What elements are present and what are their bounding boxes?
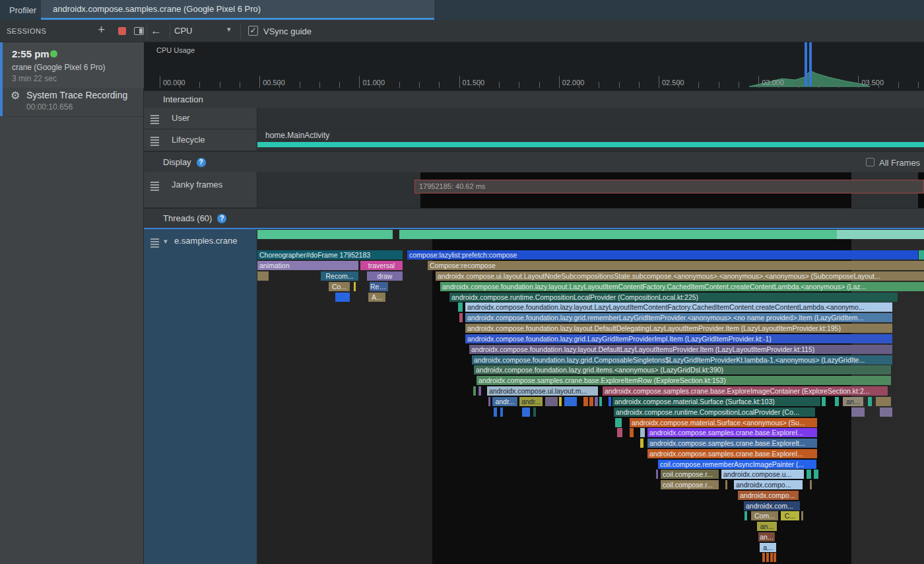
flame-span[interactable] — [766, 553, 769, 562]
track-user[interactable]: User — [144, 108, 924, 129]
flame-span[interactable]: Recom... — [321, 271, 358, 281]
help-icon[interactable]: ? — [217, 214, 226, 223]
cpu-usage-track[interactable]: CPU Usage 00.00000.50001.00001.50002.000… — [144, 42, 924, 90]
flame-span[interactable] — [522, 407, 530, 417]
flame-span[interactable]: an... — [757, 522, 777, 531]
flame-span[interactable]: andr... — [519, 397, 543, 406]
flame-span[interactable] — [851, 407, 865, 417]
flame-span[interactable]: androidx.compose.foundation.lazy.grid.re… — [465, 313, 892, 322]
flame-span[interactable] — [656, 470, 658, 479]
flame-span[interactable] — [868, 397, 872, 406]
flame-span[interactable] — [876, 397, 891, 406]
flame-span[interactable] — [257, 271, 269, 281]
flame-span[interactable]: compose:lazylist:prefetch:compose — [407, 250, 918, 260]
track-user-data[interactable] — [257, 108, 924, 129]
flame-span[interactable] — [880, 407, 892, 417]
flame-span[interactable]: coil.compose.r... — [661, 480, 719, 489]
tab-session[interactable]: androidx.compose.samples.crane (Google P… — [41, 0, 434, 20]
flame-span[interactable] — [589, 397, 593, 406]
flame-span[interactable]: A... — [368, 293, 385, 302]
flame-span[interactable]: androidx.compose.samples.crane.base.Expl… — [477, 376, 891, 385]
drag-handle-icon[interactable] — [150, 115, 159, 125]
flame-span[interactable]: Com... — [751, 511, 778, 520]
janky-frame-badge[interactable]: 17952185: 40.62 ms — [414, 180, 924, 194]
flame-span[interactable]: coil.compose.rememberAsyncImagePainter (… — [658, 460, 816, 469]
flame-span[interactable]: traversal — [360, 261, 403, 270]
drag-handle-icon[interactable] — [150, 137, 159, 147]
flame-span[interactable] — [583, 397, 588, 406]
chevron-down-icon[interactable]: ▾ — [164, 237, 168, 246]
track-janky-frames[interactable]: Janky frames 17952185: 40.62 ms — [144, 172, 924, 208]
track-janky-data[interactable]: 17952185: 40.62 ms — [257, 172, 924, 208]
flame-span[interactable] — [559, 397, 562, 406]
add-session-icon[interactable]: + — [98, 22, 105, 37]
collapse-panel-icon[interactable] — [134, 27, 144, 35]
flame-span[interactable]: androidx.compose.material.Surface (Surfa… — [612, 397, 820, 406]
flame-span[interactable]: C... — [781, 511, 799, 520]
flame-span[interactable]: androidx.compose.foundation.lazy.grid.Co… — [472, 355, 892, 365]
flame-span[interactable]: androidx.compose.ui.layout.LayoutNodeSub… — [436, 271, 924, 281]
flame-span[interactable]: a... — [760, 543, 776, 552]
flame-span[interactable] — [595, 397, 598, 406]
flame-span[interactable]: animation — [257, 261, 358, 270]
flame-span[interactable] — [725, 480, 727, 489]
flame-span[interactable] — [814, 470, 818, 479]
flame-span[interactable]: draw — [367, 271, 403, 281]
flame-span[interactable] — [770, 553, 773, 562]
flame-span[interactable]: androidx.compose.foundation.lazy.layout.… — [465, 302, 892, 312]
flame-span[interactable] — [630, 428, 634, 437]
flame-span[interactable] — [564, 397, 577, 406]
back-arrow-icon[interactable]: ← — [150, 24, 162, 38]
lifecycle-event-bar[interactable] — [257, 142, 924, 147]
flame-span[interactable] — [744, 511, 747, 520]
flame-span[interactable]: androidx.compose.foundation.lazy.grid.it… — [474, 365, 891, 374]
flame-span[interactable]: androidx.com... — [744, 501, 800, 511]
flame-span[interactable]: androidx.compose.runtime.CompositionLoca… — [614, 407, 815, 417]
tab-profiler[interactable]: Profiler — [0, 0, 46, 20]
flame-span[interactable]: androidx.compo... — [738, 491, 799, 500]
recording-item[interactable]: System Trace Recording — [26, 90, 127, 100]
drag-handle-icon[interactable] — [150, 182, 159, 192]
flame-span[interactable]: androidx.compose.samples.crane.base.Expl… — [647, 428, 817, 437]
flame-span[interactable] — [801, 511, 803, 520]
flame-span[interactable] — [459, 313, 463, 322]
flame-span[interactable]: androidx.compose.foundation.lazy.layout.… — [440, 282, 924, 291]
flame-span[interactable] — [617, 428, 622, 437]
track-lifecycle-data[interactable]: home.MainActivity — [257, 129, 924, 151]
flame-span[interactable]: androidx.compose.foundation.lazy.grid.La… — [465, 334, 892, 343]
stop-recording-icon[interactable] — [118, 27, 126, 35]
flame-span[interactable] — [478, 386, 481, 396]
flame-span[interactable]: androidx.compose.foundation.lazy.layout.… — [469, 345, 892, 354]
drag-handle-icon[interactable] — [150, 238, 159, 249]
flame-span[interactable] — [494, 407, 497, 417]
track-lifecycle[interactable]: Lifecycle home.MainActivity — [144, 129, 924, 151]
help-icon[interactable]: ? — [197, 158, 206, 167]
flame-span[interactable] — [762, 553, 765, 562]
flame-span[interactable] — [835, 397, 839, 406]
vsync-checkbox[interactable]: ✓ — [248, 26, 258, 36]
flame-span[interactable]: androidx.compose.samples.crane.base.Expl… — [647, 449, 817, 458]
flame-span[interactable]: androidx.compose.ui.layout.m... — [487, 386, 598, 396]
thread-flame-chart[interactable]: Choreographer#doFrame 17952183compose:la… — [257, 229, 924, 564]
flame-span[interactable]: coil.compose.r... — [661, 470, 719, 479]
flame-span[interactable] — [615, 418, 622, 427]
flame-span[interactable] — [335, 293, 350, 302]
flame-span[interactable] — [545, 397, 558, 406]
frame-selection-bar[interactable] — [805, 42, 807, 87]
flame-span[interactable] — [354, 282, 356, 291]
all-frames-checkbox[interactable] — [866, 158, 874, 166]
flame-span[interactable] — [774, 553, 776, 562]
flame-span[interactable] — [533, 407, 536, 417]
flame-span[interactable] — [807, 470, 811, 479]
flame-span[interactable]: androidx.compose.runtime.CompositionLoca… — [449, 293, 898, 302]
flame-span[interactable]: andr... — [492, 397, 517, 406]
flame-span[interactable] — [640, 439, 644, 448]
chevron-down-icon[interactable]: ▾ — [227, 25, 231, 34]
flame-span[interactable] — [822, 397, 826, 406]
flame-span[interactable]: Choreographer#doFrame 17952183 — [257, 250, 403, 260]
flame-span[interactable] — [458, 302, 463, 312]
profiler-type-select[interactable]: CPU — [174, 26, 192, 36]
flame-span[interactable]: androidx.compose.material.Surface.<anony… — [630, 418, 817, 427]
flame-span[interactable] — [488, 397, 490, 406]
flame-span[interactable]: an... — [758, 532, 775, 542]
